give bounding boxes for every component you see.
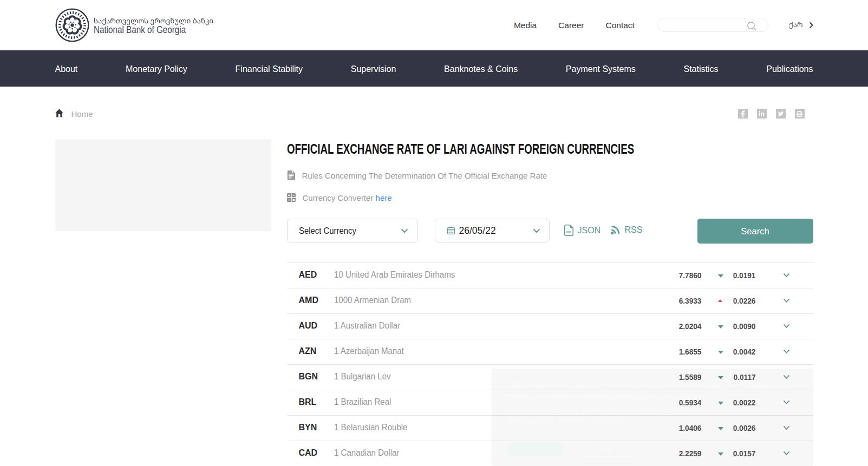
svg-text:json: json (565, 231, 571, 233)
